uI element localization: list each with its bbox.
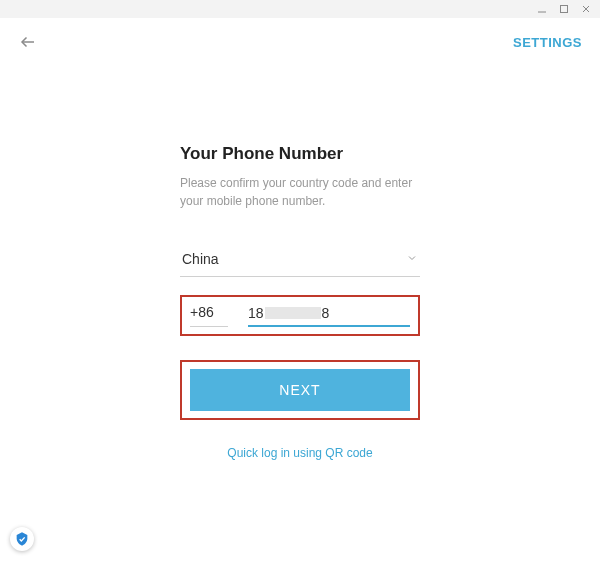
phone-prefix: 18: [248, 305, 264, 321]
phone-row: +86 18 8: [190, 304, 410, 327]
chevron-down-icon: [406, 250, 418, 268]
phone-highlight: +86 18 8: [180, 295, 420, 336]
page-title: Your Phone Number: [180, 144, 420, 164]
back-button[interactable]: [18, 32, 38, 52]
country-name: China: [182, 251, 219, 267]
minimize-button[interactable]: [536, 3, 548, 15]
country-select[interactable]: China: [180, 244, 420, 277]
phone-suffix: 8: [322, 305, 330, 321]
window-titlebar: [0, 0, 600, 18]
shield-badge-icon: [10, 527, 34, 551]
next-button[interactable]: NEXT: [190, 369, 410, 411]
settings-link[interactable]: SETTINGS: [513, 35, 582, 50]
phone-form: Your Phone Number Please confirm your co…: [180, 144, 420, 460]
country-code: +86: [190, 304, 228, 327]
redacted-icon: [265, 307, 321, 319]
qr-login-link[interactable]: Quick log in using QR code: [180, 446, 420, 460]
page-subtitle: Please confirm your country code and ent…: [180, 174, 420, 210]
phone-input[interactable]: 18 8: [248, 305, 410, 327]
next-highlight: NEXT: [180, 360, 420, 420]
svg-rect-1: [561, 6, 568, 13]
close-button[interactable]: [580, 3, 592, 15]
topbar: SETTINGS: [0, 18, 600, 66]
maximize-button[interactable]: [558, 3, 570, 15]
